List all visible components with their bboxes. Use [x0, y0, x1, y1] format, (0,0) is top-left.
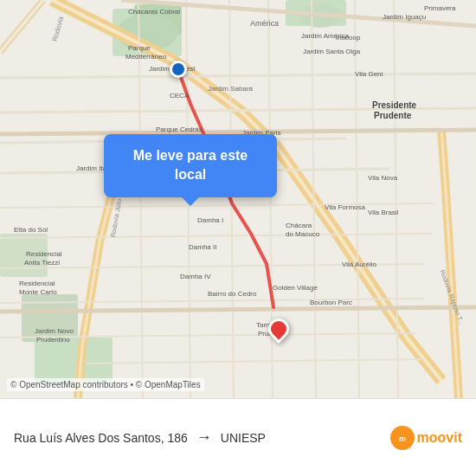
svg-text:Mediterrâneo: Mediterrâneo	[125, 53, 167, 61]
svg-text:Vila Geni: Vila Geni	[355, 70, 383, 78]
svg-text:Chácara: Chácara	[286, 222, 312, 229]
svg-text:Damha II: Damha II	[189, 243, 216, 251]
svg-text:Prudente: Prudente	[374, 111, 412, 120]
origin-label: Rua Luís Alves Dos Santos, 186	[14, 431, 188, 445]
svg-text:Vila Aurélio: Vila Aurélio	[342, 261, 376, 268]
svg-text:Jardim Itá: Jardim Itá	[76, 164, 107, 172]
svg-text:do Macuco: do Macuco	[286, 230, 320, 238]
moovit-text: moovit	[417, 430, 462, 446]
svg-text:Parque: Parque	[128, 44, 151, 52]
svg-text:Etta do Sol: Etta do Sol	[14, 226, 48, 234]
moovit-logo: m moovit	[390, 426, 462, 450]
svg-text:Monte Carlo: Monte Carlo	[19, 288, 57, 296]
svg-text:Vila Nova: Vila Nova	[368, 174, 398, 182]
popup-text: Me leve para este local	[133, 148, 248, 182]
svg-text:Jardim Santa Olga: Jardim Santa Olga	[303, 48, 361, 55]
svg-text:Jardim Iguaçu: Jardim Iguaçu	[383, 13, 426, 21]
origin-pin	[170, 61, 187, 78]
map-copyright: © OpenStreetMap contributors • © OpenMap…	[7, 378, 204, 391]
svg-text:Inocoop: Inocoop	[336, 34, 361, 42]
svg-text:Anita Tiezzi: Anita Tiezzi	[24, 259, 60, 267]
svg-text:Residencial: Residencial	[26, 250, 62, 258]
svg-text:CECA: CECA	[170, 92, 190, 100]
svg-text:Damha IV: Damha IV	[180, 273, 211, 280]
svg-text:Prudentino: Prudentino	[36, 336, 70, 344]
destination-label: UNIESP	[221, 431, 266, 445]
bottom-bar: Rua Luís Alves Dos Santos, 186 → UNIESP …	[0, 398, 476, 476]
svg-text:Residencial: Residencial	[19, 280, 55, 287]
svg-text:Bourbon Parc: Bourbon Parc	[310, 299, 352, 306]
svg-text:América: América	[250, 19, 279, 28]
svg-text:m: m	[399, 434, 406, 443]
svg-text:Presidente: Presidente	[372, 100, 417, 110]
svg-text:Primavera: Primavera	[424, 4, 456, 12]
map-popup[interactable]: Me leve para este local	[104, 134, 277, 197]
svg-text:Jardim Novo: Jardim Novo	[35, 327, 74, 335]
map-container: América Presidente Prudente Jardim Sabar…	[0, 0, 476, 398]
svg-text:Bairro do Cedro: Bairro do Cedro	[208, 290, 257, 298]
route-arrow-icon: →	[196, 428, 212, 447]
destination-pin	[268, 318, 289, 346]
svg-text:Vila Brasil: Vila Brasil	[368, 209, 399, 216]
svg-text:Vila Formosa: Vila Formosa	[325, 203, 366, 211]
svg-text:Jardim Sabará: Jardim Sabará	[208, 85, 254, 93]
svg-text:Damha I: Damha I	[197, 216, 223, 224]
svg-text:Chácaras Cobral: Chácaras Cobral	[128, 8, 180, 16]
moovit-icon: m	[390, 426, 415, 450]
svg-text:Parque Cedrás: Parque Cedrás	[156, 125, 203, 133]
route-info: Rua Luís Alves Dos Santos, 186 → UNIESP …	[14, 426, 462, 450]
map-background: América Presidente Prudente Jardim Sabar…	[0, 0, 476, 398]
svg-text:Golden Village: Golden Village	[273, 284, 318, 292]
